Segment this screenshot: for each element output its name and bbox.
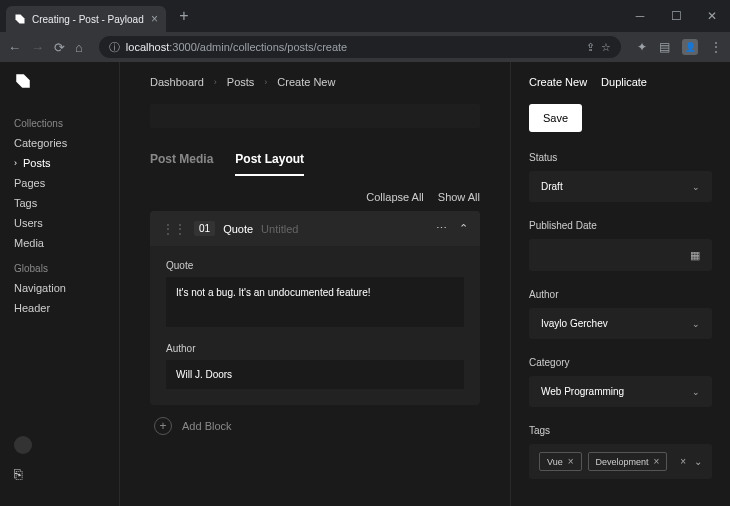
tab-post-media[interactable]: Post Media [150, 152, 213, 176]
drag-handle-icon[interactable]: ⋮⋮ [162, 222, 186, 236]
author-label: Author [166, 343, 464, 354]
create-new-action[interactable]: Create New [529, 76, 587, 88]
chevron-right-icon: › [214, 77, 217, 87]
block-number: 01 [194, 221, 215, 236]
sidebar-item-posts[interactable]: ›Posts [14, 153, 105, 173]
tag-pill: Development× [588, 452, 668, 471]
collections-header: Collections [14, 118, 105, 129]
maximize-button[interactable]: ☐ [658, 0, 694, 32]
tab-title: Creating - Post - Payload [32, 14, 145, 25]
reading-list-icon[interactable]: ▤ [659, 40, 670, 54]
app-logo[interactable] [0, 72, 119, 102]
clear-tags-icon[interactable]: × [680, 456, 686, 467]
site-info-icon[interactable]: ⓘ [109, 40, 120, 55]
duplicate-action[interactable]: Duplicate [601, 76, 647, 88]
block-menu-icon[interactable]: ⋯ [436, 222, 447, 235]
minimize-button[interactable]: ─ [622, 0, 658, 32]
sidebar-item-navigation[interactable]: Navigation [14, 278, 105, 298]
browser-tab[interactable]: Creating - Post - Payload × [6, 6, 166, 32]
author-select[interactable]: Ivaylo Gerchev ⌄ [529, 308, 712, 339]
breadcrumb: Dashboard › Posts › Create New [150, 76, 480, 104]
main-content: Dashboard › Posts › Create New Post Medi… [120, 62, 510, 506]
layout-block: ⋮⋮ 01 Quote Untitled ⋯ ⌃ Quote Autho [150, 211, 480, 405]
user-avatar[interactable] [14, 436, 32, 454]
plus-icon: + [154, 417, 172, 435]
status-select[interactable]: Draft ⌄ [529, 171, 712, 202]
tab-post-layout[interactable]: Post Layout [235, 152, 304, 176]
breadcrumb-dashboard[interactable]: Dashboard [150, 76, 204, 88]
tags-field-label: Tags [529, 425, 712, 436]
chevron-right-icon: › [14, 158, 17, 168]
reload-button[interactable]: ⟳ [54, 40, 65, 55]
collapse-all-button[interactable]: Collapse All [366, 191, 423, 203]
extensions-icon[interactable]: ✦ [637, 40, 647, 54]
sidebar-item-tags[interactable]: Tags [14, 193, 105, 213]
breadcrumb-create[interactable]: Create New [277, 76, 335, 88]
bookmark-icon[interactable]: ☆ [601, 41, 611, 54]
author-input[interactable] [166, 360, 464, 389]
chevron-down-icon: ⌄ [692, 387, 700, 397]
forward-button[interactable]: → [31, 40, 44, 55]
remove-tag-icon[interactable]: × [654, 456, 660, 467]
chevron-right-icon: › [264, 77, 267, 87]
share-icon[interactable]: ⇪ [586, 41, 595, 54]
globals-header: Globals [14, 263, 105, 274]
browser-toolbar: ← → ⟳ ⌂ ⓘ localhost:3000/admin/collectio… [0, 32, 730, 62]
category-field-label: Category [529, 357, 712, 368]
block-type: Quote [223, 223, 253, 235]
url-bar[interactable]: ⓘ localhost:3000/admin/collections/posts… [99, 36, 621, 58]
window-controls: ─ ☐ ✕ [622, 0, 730, 32]
favicon [14, 13, 26, 25]
sidebar-item-categories[interactable]: Categories [14, 133, 105, 153]
url-text: localhost:3000/admin/collections/posts/c… [126, 41, 347, 53]
back-button[interactable]: ← [8, 40, 21, 55]
sidebar-item-media[interactable]: Media [14, 233, 105, 253]
quote-textarea[interactable] [166, 277, 464, 327]
published-date-label: Published Date [529, 220, 712, 231]
sidebar-item-users[interactable]: Users [14, 213, 105, 233]
close-tab-icon[interactable]: × [151, 12, 158, 26]
remove-tag-icon[interactable]: × [568, 456, 574, 467]
logout-icon[interactable]: ⎘ [14, 466, 105, 482]
add-block-button[interactable]: + Add Block [150, 405, 480, 447]
chevron-down-icon: ⌄ [692, 319, 700, 329]
tag-pill: Vue× [539, 452, 582, 471]
menu-icon[interactable]: ⋮ [710, 40, 722, 54]
published-date-input[interactable]: ▦ [529, 239, 712, 271]
sidebar-item-header[interactable]: Header [14, 298, 105, 318]
new-tab-button[interactable]: + [174, 6, 194, 26]
profile-icon[interactable]: 👤 [682, 39, 698, 55]
breadcrumb-posts[interactable]: Posts [227, 76, 255, 88]
block-title: Untitled [261, 223, 298, 235]
calendar-icon: ▦ [690, 249, 700, 262]
close-window-button[interactable]: ✕ [694, 0, 730, 32]
right-sidebar: Create New Duplicate Save Status Draft ⌄… [510, 62, 730, 506]
show-all-button[interactable]: Show All [438, 191, 480, 203]
app-sidebar: Collections Categories ›Posts Pages Tags… [0, 62, 120, 506]
quote-label: Quote [166, 260, 464, 271]
browser-titlebar: Creating - Post - Payload × + ─ ☐ ✕ [0, 0, 730, 32]
chevron-down-icon: ⌄ [692, 182, 700, 192]
category-select[interactable]: Web Programming ⌄ [529, 376, 712, 407]
collapse-icon[interactable]: ⌃ [459, 222, 468, 235]
sidebar-item-pages[interactable]: Pages [14, 173, 105, 193]
block-header[interactable]: ⋮⋮ 01 Quote Untitled ⋯ ⌃ [150, 211, 480, 246]
tags-select[interactable]: Vue× Development× × ⌄ [529, 444, 712, 479]
chevron-down-icon[interactable]: ⌄ [694, 456, 702, 467]
status-label: Status [529, 152, 712, 163]
author-field-label: Author [529, 289, 712, 300]
home-button[interactable]: ⌂ [75, 40, 83, 55]
title-input[interactable] [150, 104, 480, 128]
save-button[interactable]: Save [529, 104, 582, 132]
content-tabs: Post Media Post Layout [150, 152, 480, 177]
